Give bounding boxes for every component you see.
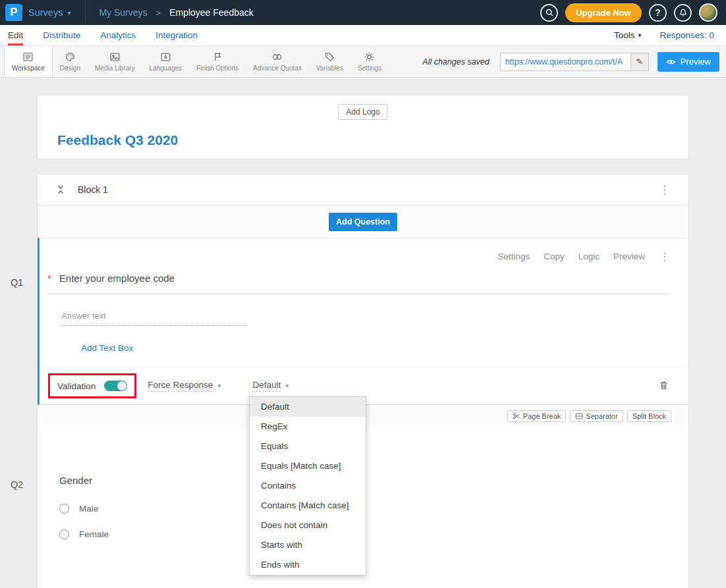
collapse-icon: [56, 184, 65, 195]
help-button[interactable]: ?: [649, 4, 667, 22]
radio-option-female[interactable]: Female: [59, 529, 688, 539]
toolbar-item-languages[interactable]: Languages: [142, 46, 190, 77]
save-status-text: All changes saved: [422, 57, 489, 67]
toolbar-item-settings[interactable]: Settings: [350, 46, 389, 77]
breadcrumb-current-survey: Employee Feedback: [169, 7, 254, 18]
topbar-divider: [85, 0, 86, 25]
survey-editor-main: Q1 Q2 Add Logo Feedback Q3 2020 Block 1 …: [0, 78, 726, 588]
question2-id-label: Q2: [11, 479, 23, 490]
breadcrumb: My Surveys > Employee Feedback: [99, 7, 253, 18]
surveys-product-menu[interactable]: Surveys ▾: [28, 7, 70, 18]
question1-id-label: Q1: [11, 277, 23, 288]
search-button[interactable]: [540, 4, 558, 22]
upgrade-now-button[interactable]: Upgrade Now: [565, 3, 642, 22]
add-question-button[interactable]: Add Question: [329, 213, 397, 231]
questionpro-logo[interactable]: P: [5, 4, 22, 21]
menu-option-starts-with[interactable]: Starts with: [250, 535, 366, 555]
eye-icon: [666, 58, 676, 66]
tab-distribute[interactable]: Distribute: [43, 25, 80, 45]
radio-button-icon[interactable]: [59, 504, 69, 514]
split-block-button[interactable]: Split Block: [627, 410, 671, 422]
edit-url-button[interactable]: ✎: [630, 53, 648, 70]
toolbar-item-label: Finish Options: [196, 65, 238, 72]
radio-option-male[interactable]: Male: [59, 504, 688, 514]
toolbar-item-finish-options[interactable]: Finish Options: [189, 46, 246, 77]
tab-edit[interactable]: Edit: [8, 25, 23, 45]
preview-label: Preview: [681, 57, 711, 67]
radio-option-label: Male: [79, 504, 98, 514]
question-settings-action[interactable]: Settings: [497, 252, 530, 261]
menu-option-equals-match-case[interactable]: Equals [Match case]: [250, 456, 366, 476]
separator-icon: [575, 412, 583, 420]
block-header: Block 1 ⋮: [38, 174, 688, 205]
tools-label: Tools: [614, 30, 635, 40]
annotation-highlight-box: Validation: [48, 373, 136, 398]
survey-url-input[interactable]: [501, 53, 630, 70]
block-kebab-menu[interactable]: ⋮: [659, 183, 670, 197]
menu-option-ends-with[interactable]: Ends with: [250, 555, 366, 575]
radio-button-icon[interactable]: [59, 529, 69, 539]
force-response-value: Force Response: [148, 380, 213, 392]
add-text-box-link[interactable]: Add Text Box: [81, 343, 133, 353]
validation-toggle[interactable]: [104, 381, 127, 391]
toolbar-item-design[interactable]: Design: [53, 46, 88, 77]
question1-text[interactable]: Enter your employee code: [59, 273, 175, 284]
survey-url-box: ✎: [500, 53, 649, 71]
breadcrumb-my-surveys[interactable]: My Surveys: [99, 7, 147, 18]
chevron-down-icon: ▾: [638, 32, 641, 39]
tools-menu[interactable]: Tools ▾: [614, 30, 642, 40]
survey-title[interactable]: Feedback Q3 2020: [38, 95, 688, 148]
block-title[interactable]: Block 1: [78, 184, 108, 195]
pencil-icon: ✎: [636, 57, 643, 67]
topbar-actions: Upgrade Now ?: [540, 3, 726, 22]
languages-icon: [160, 51, 171, 63]
advance-quotas-icon: [271, 51, 283, 63]
page-break-button[interactable]: Page Break: [507, 410, 566, 422]
page-break-label: Page Break: [523, 412, 561, 420]
question-preview-action[interactable]: Preview: [613, 252, 645, 261]
finish-options-flag-icon: [212, 51, 223, 63]
validation-type-menu: Default RegEx Equals Equals [Match case]…: [249, 396, 366, 575]
chevron-down-icon: ▾: [217, 382, 221, 389]
force-response-dropdown[interactable]: Force Response ▾: [148, 380, 221, 392]
answer-text-field[interactable]: Answer text: [61, 311, 247, 326]
menu-option-equals[interactable]: Equals: [250, 437, 366, 456]
separator-label: Separator: [586, 412, 617, 420]
toggle-knob: [117, 381, 126, 390]
trash-icon: [659, 380, 669, 390]
toolbar-item-label: Languages: [150, 65, 182, 72]
separator-button[interactable]: Separator: [570, 410, 623, 422]
media-library-icon: [109, 51, 121, 63]
toolbar-item-advance-quotas[interactable]: Advance Quotas: [246, 46, 309, 77]
question-logic-action[interactable]: Logic: [578, 252, 600, 261]
required-asterisk-icon: *: [47, 273, 51, 284]
radio-option-label: Female: [79, 529, 109, 539]
question1-card: Settings Copy Logic Preview ⋮ * Enter yo…: [38, 238, 688, 405]
menu-option-regex[interactable]: RegEx: [250, 417, 366, 437]
question1-kebab-menu[interactable]: ⋮: [659, 250, 670, 263]
toolbar-item-media-library[interactable]: Media Library: [88, 46, 142, 77]
toolbar-item-variables[interactable]: Variables: [309, 46, 350, 77]
responses-count[interactable]: Responses: 0: [659, 30, 714, 40]
scissors-icon: [513, 412, 520, 420]
tabbar-right: Tools ▾ Responses: 0: [614, 25, 718, 45]
tab-integration[interactable]: Integration: [155, 25, 198, 45]
question1-title-row: * Enter your employee code: [47, 273, 670, 294]
menu-option-default[interactable]: Default: [250, 397, 366, 417]
tab-analytics[interactable]: Analytics: [100, 25, 136, 45]
delete-question-button[interactable]: [659, 380, 669, 392]
question-copy-action[interactable]: Copy: [544, 252, 565, 261]
block-collapse-button[interactable]: [56, 184, 65, 195]
menu-option-does-not-contain[interactable]: Does not contain: [250, 516, 366, 535]
product-menu-label: Surveys: [28, 7, 63, 18]
preview-button[interactable]: Preview: [657, 52, 719, 72]
user-avatar[interactable]: [699, 3, 717, 22]
toolbar-item-workspace[interactable]: Workspace: [4, 46, 53, 77]
add-logo-button[interactable]: Add Logo: [338, 104, 387, 120]
variables-tag-icon: [324, 51, 335, 63]
notifications-button[interactable]: [674, 4, 692, 22]
menu-option-contains-match-case[interactable]: Contains [Match case]: [250, 496, 366, 516]
menu-option-contains[interactable]: Contains: [250, 476, 366, 496]
workspace-icon: [22, 51, 34, 63]
validation-type-dropdown[interactable]: Default ▾: [252, 380, 289, 392]
